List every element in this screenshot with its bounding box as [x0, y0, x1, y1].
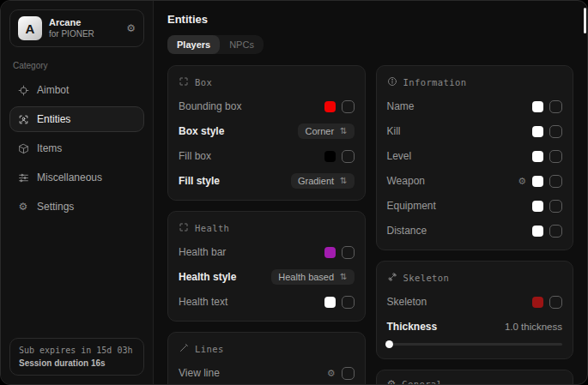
health-brackets-icon: [179, 220, 189, 236]
cube-icon: [17, 143, 29, 154]
session-duration: Session duration 16s: [19, 358, 135, 368]
color-swatch[interactable]: [324, 247, 336, 258]
color-swatch[interactable]: [532, 101, 543, 112]
page-title: Entities: [167, 13, 573, 26]
checkbox[interactable]: [549, 125, 562, 138]
checkbox[interactable]: [549, 175, 562, 188]
panel-lines: Lines View line ⚙ Line to enemy ⚙: [167, 332, 366, 384]
gear-icon: ⚙: [387, 379, 397, 384]
app-subtitle: for PIONER: [49, 29, 119, 40]
sidebar-nav: Aimbot Entities Items Miscellaneous: [9, 74, 144, 220]
subscription-card: Sub expires in 15d 03h Session duration …: [9, 338, 144, 376]
checkbox[interactable]: [342, 296, 355, 309]
box-style-dropdown[interactable]: Corner ⇅: [298, 123, 354, 139]
checkbox[interactable]: [549, 225, 562, 238]
setting-label: Weapon: [387, 175, 425, 187]
checkbox[interactable]: [549, 100, 562, 113]
sidebar-item-miscellaneous[interactable]: Miscellaneous: [9, 165, 144, 190]
panel-title: Lines: [195, 344, 224, 354]
dropdown-value: Gradient: [298, 176, 334, 186]
color-swatch[interactable]: [532, 151, 543, 162]
gear-icon[interactable]: ⚙: [327, 369, 336, 378]
setting-row-health-text: Health text: [179, 293, 355, 310]
health-style-dropdown[interactable]: Health based ⇅: [271, 269, 354, 285]
panel-title: General: [402, 379, 442, 384]
box-corners-icon: [179, 75, 189, 90]
brand-text: Arcane for PIONER: [49, 17, 119, 39]
setting-label: Health bar: [179, 246, 226, 258]
sidebar-item-aimbot[interactable]: Aimbot: [9, 77, 144, 103]
sidebar-item-label: Aimbot: [37, 84, 69, 96]
color-swatch[interactable]: [532, 201, 543, 212]
sidebar-item-entities[interactable]: Entities: [9, 106, 144, 132]
sidebar-item-settings[interactable]: ⚙ Settings: [9, 194, 144, 220]
main-content: Entities Players NPCs Box Bounding box: [154, 1, 587, 384]
setting-label: Bounding box: [179, 100, 241, 112]
color-swatch[interactable]: [324, 101, 336, 112]
color-swatch[interactable]: [532, 226, 543, 237]
dropdown-value: Health based: [278, 272, 334, 282]
color-swatch[interactable]: [532, 297, 543, 308]
checkbox[interactable]: [549, 200, 562, 213]
thickness-slider[interactable]: [387, 340, 563, 348]
color-swatch[interactable]: [532, 126, 543, 137]
app-logo: A: [18, 16, 42, 40]
gear-icon[interactable]: ⚙: [126, 23, 136, 33]
setting-label: Health style: [179, 271, 236, 283]
checkbox[interactable]: [342, 100, 355, 113]
sidebar: A Arcane for PIONER ⚙ Category Aimbot En…: [1, 1, 154, 384]
setting-label: Health text: [179, 296, 227, 308]
chevron-up-down-icon: ⇅: [340, 127, 347, 135]
color-swatch[interactable]: [532, 176, 543, 187]
setting-row-distance: Distance: [387, 222, 563, 239]
setting-row-level: Level: [387, 147, 563, 165]
checkbox[interactable]: [549, 150, 562, 163]
brand-card: A Arcane for PIONER ⚙: [9, 9, 144, 47]
app-window: A Arcane for PIONER ⚙ Category Aimbot En…: [0, 0, 588, 385]
bone-icon: [387, 270, 397, 286]
panel-information: Information Name Kill: [376, 65, 574, 250]
setting-label: Level: [387, 150, 412, 162]
scrollbar-thumb[interactable]: [584, 8, 586, 33]
gear-icon[interactable]: ⚙: [518, 177, 526, 186]
gear-icon: ⚙: [17, 202, 29, 212]
setting-row-kill: Kill: [387, 123, 563, 140]
sidebar-item-items[interactable]: Items: [9, 135, 144, 161]
color-swatch[interactable]: [324, 297, 336, 308]
panel-skeleton: Skeleton Skeleton Thickness 1.0 thicknes…: [376, 261, 574, 359]
sidebar-item-label: Items: [37, 142, 62, 154]
setting-row-view-line: View line ⚙: [179, 364, 355, 382]
slider-track: [387, 343, 563, 346]
tab-players[interactable]: Players: [167, 35, 220, 54]
category-label: Category: [13, 61, 141, 70]
setting-label: Distance: [387, 225, 427, 237]
setting-label: Box style: [179, 125, 224, 137]
setting-label: View line: [179, 367, 220, 379]
sidebar-item-label: Miscellaneous: [37, 171, 102, 183]
chevron-up-down-icon: ⇅: [340, 273, 347, 281]
slider-handle[interactable]: [385, 340, 393, 348]
panel-title: Box: [195, 77, 212, 87]
checkbox[interactable]: [549, 296, 562, 309]
setting-label: Thickness: [387, 321, 438, 333]
entities-icon: [17, 114, 29, 125]
checkbox[interactable]: [342, 367, 355, 380]
color-swatch[interactable]: [324, 151, 336, 162]
setting-label: Name: [387, 100, 415, 112]
sliders-icon: [17, 172, 29, 183]
fill-style-dropdown[interactable]: Gradient ⇅: [291, 173, 355, 189]
pencil-line-icon: [179, 341, 189, 357]
setting-row-name: Name: [387, 98, 563, 115]
app-name: Arcane: [49, 17, 119, 29]
checkbox[interactable]: [342, 246, 355, 259]
subscription-expiry: Sub expires in 15d 03h: [19, 346, 135, 355]
checkbox[interactable]: [342, 150, 355, 163]
setting-label: Equipment: [387, 200, 436, 212]
setting-row-weapon: Weapon ⚙: [387, 172, 563, 189]
panel-title: Skeleton: [403, 273, 450, 283]
setting-label: Skeleton: [387, 296, 427, 308]
setting-row-skeleton: Skeleton: [387, 293, 563, 310]
setting-row-equipment: Equipment: [387, 197, 563, 214]
tab-npcs[interactable]: NPCs: [220, 35, 264, 54]
setting-row-box-style: Box style Corner ⇅: [179, 123, 355, 140]
